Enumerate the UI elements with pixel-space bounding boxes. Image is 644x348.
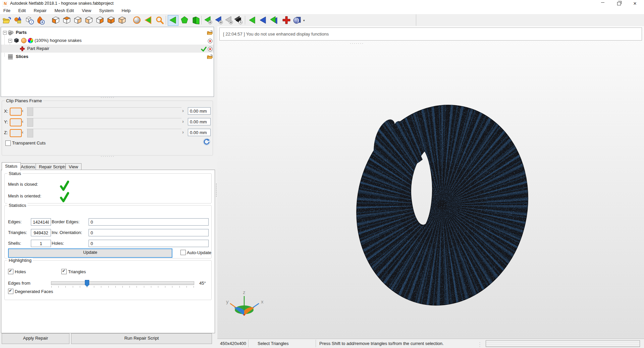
clip-x-value[interactable] bbox=[188, 107, 211, 115]
clip-z-slider-thumb[interactable] bbox=[27, 129, 33, 137]
tab-view[interactable]: View bbox=[65, 163, 82, 170]
menu-file[interactable]: File bbox=[0, 7, 14, 14]
select-shells-icon[interactable] bbox=[191, 15, 201, 25]
degenerated-faces-checkbox[interactable] bbox=[8, 289, 13, 294]
menu-view[interactable]: View bbox=[78, 7, 95, 14]
clip-z-step-left-icon[interactable]: ‹ bbox=[22, 129, 23, 135]
zoom-to-selection-icon[interactable] bbox=[144, 15, 153, 25]
apply-repair-button[interactable]: Apply Repair bbox=[2, 333, 69, 344]
edges-from-slider[interactable] bbox=[51, 281, 194, 285]
inv-orientation-value[interactable] bbox=[89, 229, 209, 236]
degenerated-faces-label: Degenerated Faces bbox=[15, 289, 53, 294]
tree-row-slices[interactable]: Slices bbox=[1, 53, 214, 61]
view-cube-3-icon[interactable] bbox=[73, 15, 83, 25]
part-information-icon[interactable]: i bbox=[25, 15, 34, 25]
triangle-green-icon[interactable] bbox=[248, 15, 257, 25]
clip-y-step-left-icon[interactable]: ‹ bbox=[22, 118, 23, 124]
view-cube-1-icon[interactable] bbox=[51, 15, 60, 25]
display-mode-icon[interactable] bbox=[292, 15, 302, 25]
viewport-3d[interactable]: [ 22:04:57 ] You do not use enhanced dis… bbox=[217, 26, 644, 339]
statusbar-grip[interactable]: ···· bbox=[479, 342, 481, 348]
expand-selection-icon[interactable] bbox=[203, 15, 213, 25]
transparent-cuts-checkbox[interactable] bbox=[5, 140, 11, 146]
triangle-blue-icon[interactable] bbox=[258, 15, 268, 25]
border-edges-value[interactable] bbox=[89, 218, 209, 226]
edges-from-label: Edges from bbox=[8, 281, 30, 286]
view-cube-5-icon[interactable] bbox=[95, 15, 105, 25]
select-visible-icon[interactable] bbox=[214, 15, 223, 25]
repair-icon[interactable] bbox=[282, 15, 291, 25]
collapse-icon[interactable] bbox=[3, 31, 7, 35]
slider-ticks bbox=[51, 286, 194, 288]
add-parts-icon[interactable] bbox=[13, 15, 23, 25]
view-cube-4-icon[interactable] bbox=[84, 15, 94, 25]
view-cube-7-icon[interactable] bbox=[117, 15, 127, 25]
open-project-icon[interactable] bbox=[2, 15, 11, 25]
holes-value[interactable] bbox=[89, 240, 209, 247]
display-mode-dropdown-icon[interactable]: ▾ bbox=[303, 19, 305, 22]
view-cube-2-icon[interactable] bbox=[62, 15, 71, 25]
menu-help[interactable]: Help bbox=[118, 7, 134, 14]
shells-value[interactable] bbox=[31, 240, 51, 247]
select-triangles-icon[interactable] bbox=[168, 15, 178, 26]
tree-row-part-repair[interactable]: Part Repair bbox=[1, 45, 214, 53]
clip-x-button[interactable] bbox=[10, 108, 22, 116]
clear-selection-icon[interactable] bbox=[224, 15, 233, 25]
menu-repair[interactable]: Repair bbox=[31, 7, 50, 14]
clip-z-button[interactable] bbox=[10, 129, 22, 137]
clip-x-step-left-icon[interactable]: ‹ bbox=[22, 108, 23, 113]
status-group-title: Status bbox=[7, 171, 22, 176]
update-button[interactable]: Update bbox=[8, 248, 172, 258]
statusbar-separator bbox=[248, 340, 249, 347]
left-panel: Parts (100%) hognose snakes Part Repair bbox=[0, 26, 217, 339]
restore-button[interactable] bbox=[611, 0, 627, 7]
title-bar: N Autodesk Netfabb 2018.1 - hognose snak… bbox=[0, 0, 644, 8]
splitter-grip[interactable]: ······· bbox=[101, 155, 115, 157]
tree-row-parts[interactable]: Parts bbox=[1, 28, 214, 37]
selection-history-icon[interactable] bbox=[233, 15, 243, 25]
highlight-triangles-label: Triangles bbox=[68, 269, 86, 274]
clip-x-slider[interactable] bbox=[26, 107, 181, 116]
highlight-holes-checkbox[interactable] bbox=[8, 269, 13, 274]
collapse-icon[interactable] bbox=[8, 39, 12, 43]
add-part-repair-icon[interactable] bbox=[36, 15, 45, 25]
tree-row-part[interactable]: (100%) hognose snakes bbox=[1, 37, 214, 45]
splitter-handle[interactable] bbox=[216, 184, 217, 197]
select-surfaces-icon[interactable] bbox=[180, 15, 189, 25]
load-slice-icon[interactable] bbox=[207, 54, 213, 62]
menu-system[interactable]: System bbox=[96, 7, 117, 14]
mesh-closed-label: Mesh is closed: bbox=[8, 182, 38, 187]
menu-edit[interactable]: Edit bbox=[15, 7, 29, 14]
tree-label-part-repair: Part Repair bbox=[27, 45, 49, 53]
reset-clip-icon[interactable] bbox=[203, 138, 211, 147]
triangles-label: Triangles: bbox=[8, 230, 27, 235]
mesh-render[interactable] bbox=[217, 26, 644, 339]
clip-x-slider-thumb[interactable] bbox=[27, 107, 33, 116]
parts-tree: Parts (100%) hognose snakes Part Repair bbox=[1, 27, 214, 97]
clip-z-slider[interactable] bbox=[26, 129, 181, 137]
splitter-grip[interactable]: ······· bbox=[101, 96, 115, 98]
minimize-button[interactable] bbox=[595, 0, 610, 7]
clip-y-value[interactable] bbox=[188, 118, 211, 125]
clip-y-button[interactable] bbox=[10, 118, 22, 126]
shading-sphere-icon[interactable] bbox=[132, 15, 142, 25]
view-cube-6-icon[interactable] bbox=[106, 15, 116, 25]
clip-y-slider[interactable] bbox=[26, 118, 181, 126]
menu-mesh-edit[interactable]: Mesh Edit bbox=[51, 7, 77, 14]
edges-value[interactable] bbox=[31, 218, 51, 226]
tree-label-slices: Slices bbox=[16, 53, 29, 61]
highlight-triangles-checkbox[interactable] bbox=[61, 269, 67, 274]
auto-update-checkbox[interactable] bbox=[180, 250, 186, 255]
clip-z-step-right-icon[interactable]: › bbox=[182, 129, 184, 135]
close-button[interactable]: ✕ bbox=[627, 0, 643, 7]
triangle-flip-icon[interactable] bbox=[269, 15, 278, 25]
triangles-value[interactable] bbox=[31, 229, 51, 236]
run-repair-script-button[interactable]: Run Repair Script bbox=[71, 333, 212, 344]
clip-z-value[interactable] bbox=[188, 129, 211, 136]
tab-repair-scripts[interactable]: Repair Scripts bbox=[36, 163, 70, 170]
clip-y-slider-thumb[interactable] bbox=[27, 118, 33, 127]
tab-status[interactable]: Status bbox=[2, 162, 21, 171]
clip-y-step-right-icon[interactable]: › bbox=[182, 118, 184, 124]
clip-x-step-right-icon[interactable]: › bbox=[182, 108, 184, 113]
zoom-icon[interactable] bbox=[155, 15, 164, 25]
